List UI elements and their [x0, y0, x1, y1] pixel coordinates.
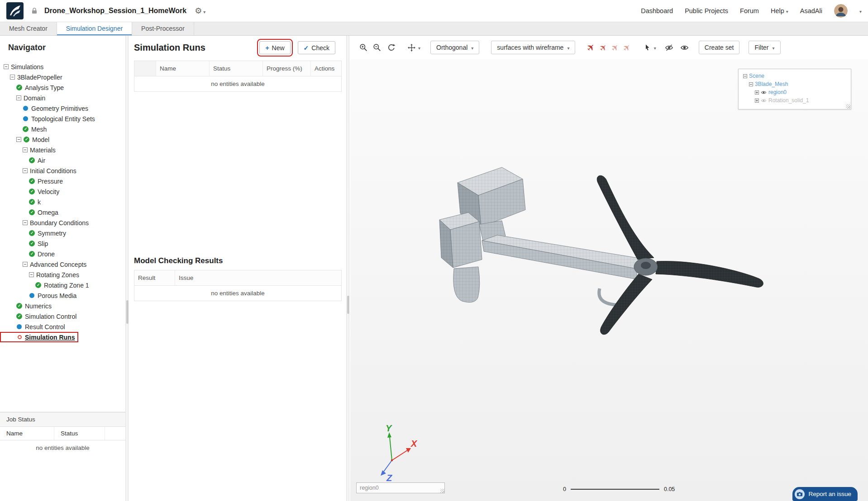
- user-avatar[interactable]: [834, 4, 848, 18]
- navigator-tree-item[interactable]: 3BladePropeller: [0, 72, 65, 82]
- axis-triad[interactable]: Y X Z: [368, 424, 418, 483]
- navigator-tree-item[interactable]: Advanced Concepts: [0, 259, 89, 269]
- status-icon: [29, 230, 35, 236]
- navigator-tree-item[interactable]: Geometry Primitives: [0, 103, 91, 113]
- navigator-tree-item[interactable]: Pressure: [0, 176, 66, 186]
- workbench-tab[interactable]: Post-Processor: [132, 22, 194, 35]
- drone-body: [439, 167, 648, 305]
- navigator-tree-item[interactable]: Air: [0, 155, 48, 165]
- navigator-tree-item[interactable]: Porous Media: [0, 290, 79, 301]
- x-axis-label: X: [410, 439, 418, 449]
- navigator-tree-item[interactable]: k: [0, 197, 43, 207]
- expander-icon[interactable]: [743, 74, 747, 78]
- drone-mesh-render[interactable]: [434, 161, 778, 340]
- navigator-tree-item[interactable]: Boundary Conditions: [0, 217, 91, 228]
- navigator-tree-item[interactable]: Numerics: [0, 301, 54, 311]
- expander-icon[interactable]: [23, 262, 28, 267]
- resize-grip[interactable]: [846, 104, 850, 109]
- scrollbar-thumb[interactable]: [347, 296, 349, 314]
- chevron-down-icon[interactable]: [859, 7, 862, 14]
- navigator-tree-item[interactable]: Simulation Runs: [0, 332, 78, 342]
- navigator-tree-item[interactable]: Slip: [0, 238, 51, 249]
- navigator-tree-item[interactable]: Domain: [0, 93, 48, 103]
- scrollbar-thumb[interactable]: [126, 300, 129, 324]
- visibility-eye-icon[interactable]: [761, 98, 767, 104]
- visibility-eye-icon[interactable]: [761, 90, 767, 95]
- expander-icon[interactable]: [16, 137, 21, 142]
- tree-item-label: Domain: [24, 95, 45, 102]
- navigator-tree-item[interactable]: Symmetry: [0, 228, 69, 238]
- expander-icon[interactable]: [10, 75, 15, 80]
- tree-item-label: Slip: [38, 240, 48, 247]
- create-set-button[interactable]: Create set: [699, 41, 740, 54]
- zoom-in-button[interactable]: [358, 42, 369, 53]
- new-run-button[interactable]: + New: [259, 41, 290, 54]
- navigator-tree-item[interactable]: Drone: [0, 249, 57, 259]
- expander-icon[interactable]: [755, 90, 759, 95]
- filter-select[interactable]: Filter: [749, 41, 780, 54]
- scene-tree-item[interactable]: region0: [741, 88, 848, 96]
- expander-icon[interactable]: [23, 147, 28, 152]
- scale-max: 0.05: [664, 486, 675, 492]
- username-label[interactable]: AsadAli: [800, 7, 822, 14]
- navigator-tree-item[interactable]: Topological Entity Sets: [0, 113, 98, 124]
- show-all-eye-button[interactable]: [679, 42, 691, 53]
- expander-icon[interactable]: [749, 82, 753, 86]
- nav-public-projects-link[interactable]: Public Projects: [685, 7, 728, 14]
- reset-view-button[interactable]: [386, 42, 397, 53]
- navigator-tree-item[interactable]: Result Control: [0, 321, 68, 332]
- hide-selection-eye-off-button[interactable]: [663, 42, 675, 53]
- navigator-tree-item[interactable]: Rotating Zones: [0, 269, 82, 280]
- resize-grip[interactable]: [440, 489, 444, 493]
- workbench-tab[interactable]: Mesh Creator: [0, 22, 57, 35]
- expander-icon[interactable]: [29, 272, 34, 277]
- expander-icon[interactable]: [4, 64, 9, 69]
- view-preset-plane-icon-1[interactable]: ✈: [585, 41, 598, 54]
- runs-table: Name Status Progress (%) Actions no enti…: [134, 61, 342, 92]
- zoom-out-button[interactable]: [371, 42, 383, 53]
- gear-icon: ⚙: [195, 6, 202, 16]
- privacy-lock-icon[interactable]: [31, 7, 38, 14]
- simscale-logo-icon[interactable]: [6, 2, 24, 19]
- expander-icon[interactable]: [23, 220, 28, 225]
- workbench-tab[interactable]: Simulation Designer: [57, 22, 132, 35]
- view-preset-plane-icon-3[interactable]: ✈: [609, 41, 621, 54]
- panel-scrollbar[interactable]: [346, 36, 349, 501]
- selection-input[interactable]: [356, 482, 445, 493]
- navigator-tree-item[interactable]: Simulations: [0, 61, 46, 72]
- navigator-tree-item[interactable]: Omega: [0, 207, 61, 217]
- navigator-tree-item[interactable]: Materials: [0, 145, 58, 155]
- check-icon: ✓: [304, 44, 309, 52]
- report-issue-button[interactable]: Report an issue: [792, 487, 858, 501]
- model-checking-header: Result Issue: [134, 270, 341, 286]
- nav-dashboard-link[interactable]: Dashboard: [641, 7, 673, 14]
- navigator-tree-item[interactable]: Rotating Zone 1: [0, 280, 92, 290]
- checking-column-issue: Issue: [175, 270, 341, 285]
- project-settings-gear-icon[interactable]: ⚙: [195, 6, 205, 16]
- expander-icon[interactable]: [755, 99, 759, 103]
- navigator-tree-item[interactable]: Mesh: [0, 124, 49, 134]
- navigator-tree-item[interactable]: Analysis Type: [0, 82, 67, 93]
- projection-select[interactable]: Orthogonal: [430, 41, 479, 54]
- pan-tool-menu[interactable]: [405, 42, 420, 53]
- view-preset-plane-icon-2[interactable]: ✈: [597, 41, 610, 54]
- viewport-canvas[interactable]: Scene 3Blade_Mesh region0: [350, 59, 868, 501]
- navigator-tree-item[interactable]: Velocity: [0, 186, 62, 197]
- nav-forum-link[interactable]: Forum: [740, 7, 759, 14]
- navigator-scrollbar[interactable]: [125, 36, 129, 501]
- scene-tree-item[interactable]: 3Blade_Mesh: [741, 80, 848, 88]
- view-preset-plane-icon-4[interactable]: ✈: [620, 41, 633, 54]
- navigator-tree-item[interactable]: Initial Conditions: [0, 165, 79, 176]
- check-button[interactable]: ✓ Check: [298, 41, 335, 54]
- navigator-tree-item[interactable]: Simulation Control: [0, 311, 79, 321]
- scene-tree-item[interactable]: Scene: [741, 72, 848, 80]
- render-mode-select[interactable]: surfaces with wireframe: [491, 41, 575, 54]
- select-tool-menu[interactable]: [641, 42, 656, 53]
- navigator-tree-item[interactable]: Model: [0, 134, 52, 145]
- model-checking-section: Model Checking Results Result Issue no e…: [129, 256, 346, 301]
- expander-icon[interactable]: [16, 95, 21, 100]
- nav-help-menu[interactable]: Help: [771, 7, 788, 14]
- expander-icon[interactable]: [23, 168, 28, 173]
- scene-tree-item[interactable]: Rotation_solid_1: [741, 96, 848, 104]
- tree-item-label: Initial Conditions: [30, 167, 76, 175]
